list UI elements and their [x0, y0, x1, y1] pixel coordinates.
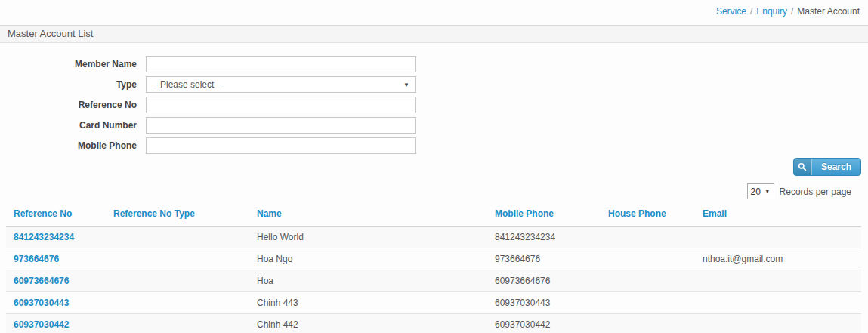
breadcrumb-current: Master Account — [797, 6, 860, 17]
records-per-page-row: 20 ▼ Records per page — [0, 183, 868, 199]
field-row-member-name: Member Name — [0, 56, 868, 72]
cell-name: Hoa — [249, 270, 487, 292]
cell-house-phone — [601, 227, 695, 248]
records-per-page-value: 20 — [751, 187, 761, 197]
breadcrumb-link-enquiry[interactable]: Enquiry — [756, 6, 787, 17]
card-number-input[interactable] — [146, 117, 416, 134]
field-row-card-number: Card Number — [0, 117, 868, 134]
cell-name: Hello World — [249, 227, 487, 248]
search-icon — [794, 159, 812, 175]
cell-house-phone — [601, 248, 695, 270]
cell-email — [695, 227, 861, 248]
cell-mobile-phone: 841243234234 — [487, 227, 601, 248]
table-row: 973664676 Hoa Ngo 973664676 nthoa.it@gma… — [6, 248, 861, 270]
cell-email — [695, 314, 861, 333]
page-title-bar: Master Account List — [0, 25, 868, 43]
search-button-row: Search — [0, 158, 868, 176]
type-label: Type — [0, 79, 146, 90]
cell-name: Chinh 442 — [249, 314, 487, 333]
table-header-row: Reference No Reference No Type Name Mobi… — [6, 204, 861, 227]
field-row-reference-no: Reference No — [0, 97, 868, 113]
cell-house-phone — [601, 314, 695, 333]
search-button-label: Search — [812, 159, 860, 175]
column-header-name[interactable]: Name — [249, 204, 487, 227]
card-number-label: Card Number — [0, 120, 146, 131]
cell-name: Chinh 443 — [249, 292, 487, 314]
cell-mobile-phone: 60937030443 — [487, 292, 601, 314]
breadcrumb-separator: / — [750, 6, 752, 17]
reference-no-link[interactable]: 60937030442 — [14, 319, 69, 330]
cell-reference-no-type — [106, 227, 249, 248]
chevron-down-icon: ▼ — [403, 82, 409, 88]
column-header-email[interactable]: Email — [695, 204, 861, 227]
cell-reference-no-type — [106, 248, 249, 270]
page-title: Master Account List — [8, 28, 93, 39]
table-row: 60973664676 Hoa 60973664676 — [6, 270, 861, 292]
breadcrumb-link-service[interactable]: Service — [716, 6, 746, 17]
reference-no-link[interactable]: 60973664676 — [14, 276, 69, 286]
cell-name: Hoa Ngo — [249, 248, 487, 270]
type-select[interactable]: – Please select – ▼ — [146, 76, 416, 93]
column-header-mobile-phone[interactable]: Mobile Phone — [487, 204, 601, 227]
cell-mobile-phone: 973664676 — [487, 248, 601, 270]
field-row-mobile-phone: Mobile Phone — [0, 137, 868, 154]
cell-mobile-phone: 60937030442 — [487, 314, 601, 333]
cell-reference-no-type — [106, 292, 249, 314]
master-account-table: Reference No Reference No Type Name Mobi… — [6, 204, 861, 333]
reference-no-label: Reference No — [0, 100, 146, 110]
chevron-down-icon: ▼ — [765, 188, 771, 195]
cell-email: nthoa.it@gmail.com — [695, 248, 861, 270]
table-row: 841243234234 Hello World 841243234234 — [6, 227, 861, 248]
cell-reference-no-type — [106, 314, 249, 333]
table-row: 60937030442 Chinh 442 60937030442 — [6, 314, 861, 333]
member-name-label: Member Name — [0, 59, 146, 69]
column-header-house-phone[interactable]: House Phone — [601, 204, 695, 227]
records-per-page-select[interactable]: 20 ▼ — [747, 183, 774, 199]
records-per-page-label: Records per page — [780, 187, 851, 197]
cell-email — [695, 270, 861, 292]
search-button[interactable]: Search — [793, 158, 861, 176]
breadcrumb-separator: / — [791, 6, 793, 17]
search-form: Member Name Type – Please select – ▼ Ref… — [0, 43, 868, 154]
column-header-reference-no[interactable]: Reference No — [6, 204, 106, 227]
cell-mobile-phone: 60973664676 — [487, 270, 601, 292]
mobile-phone-label: Mobile Phone — [0, 140, 146, 151]
cell-reference-no-type — [106, 270, 249, 292]
member-name-input[interactable] — [146, 56, 416, 72]
reference-no-link[interactable]: 973664676 — [14, 254, 59, 264]
mobile-phone-input[interactable] — [146, 137, 416, 154]
cell-house-phone — [601, 270, 695, 292]
field-row-type: Type – Please select – ▼ — [0, 76, 868, 93]
type-select-value: – Please select – — [153, 79, 221, 90]
table-row: 60937030443 Chinh 443 60937030443 — [6, 292, 861, 314]
cell-house-phone — [601, 292, 695, 314]
column-header-reference-no-type[interactable]: Reference No Type — [106, 204, 249, 227]
breadcrumb: Service/Enquiry/Master Account — [716, 6, 860, 17]
cell-email — [695, 292, 861, 314]
reference-no-link[interactable]: 841243234234 — [14, 232, 74, 242]
reference-no-input[interactable] — [146, 97, 416, 113]
reference-no-link[interactable]: 60937030443 — [14, 298, 69, 308]
